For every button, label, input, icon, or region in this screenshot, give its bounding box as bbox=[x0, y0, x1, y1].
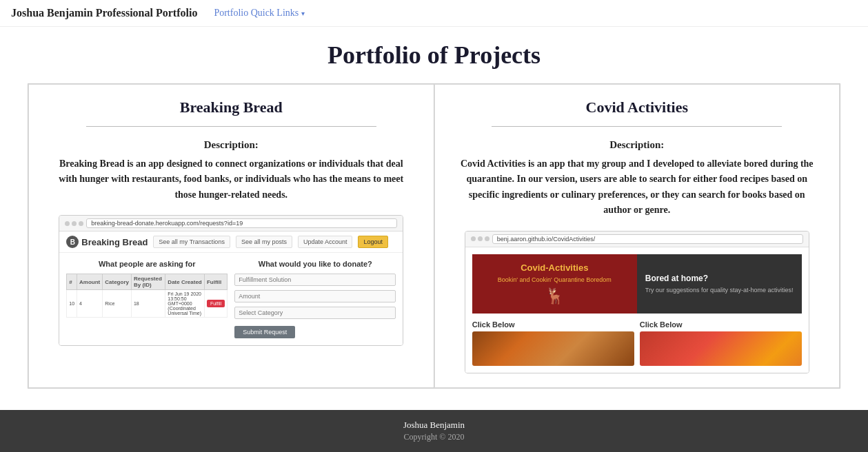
browser-dots bbox=[65, 221, 83, 226]
ca-hero-right: Bored at home? Try our suggestions for q… bbox=[637, 254, 802, 314]
row-requested-by: 18 bbox=[131, 290, 165, 318]
breaking-bread-description: Breaking Bread is an app designed to con… bbox=[50, 156, 413, 203]
bb-logo-icon: B bbox=[66, 236, 79, 248]
ca-bored-text: Try our suggestions for quality stay-at-… bbox=[645, 286, 794, 295]
bb-right-col: What would you like to donate? Submit Re… bbox=[234, 260, 396, 338]
footer-name: Joshua Benjamin bbox=[10, 420, 858, 431]
navigation: Joshua Benjamin Professional Portfolio P… bbox=[0, 0, 868, 27]
bb-columns: What people are asking for # Amount Cate… bbox=[66, 260, 396, 338]
project-divider bbox=[86, 126, 376, 127]
dot-1 bbox=[65, 221, 70, 226]
table-header-category: Category bbox=[103, 274, 132, 290]
dot-3 bbox=[79, 221, 83, 226]
table-row: 10 4 Rice 18 Fri Jun 19 2020 13:50:50 GM… bbox=[67, 290, 228, 318]
breaking-bread-desc-label: Description: bbox=[204, 139, 259, 151]
url-bar: breaking-bread-donate.herokuapp.com/requ… bbox=[86, 218, 397, 228]
ca-food-thumbnail[interactable] bbox=[640, 331, 802, 366]
covid-activities-screenshot: benj.aaron.github.io/CovidActivities/ Co… bbox=[465, 231, 809, 374]
browser-bar: breaking-bread-donate.herokuapp.com/requ… bbox=[59, 216, 403, 232]
covid-desc-label: Description: bbox=[609, 139, 664, 151]
category-input[interactable] bbox=[234, 307, 396, 319]
project-card-breaking-bread: Breaking Bread Description: Breaking Bre… bbox=[28, 84, 434, 388]
bb-col2-title: What would you like to donate? bbox=[234, 260, 396, 268]
bb-app-nav: B Breaking Bread See all my Transactions… bbox=[59, 232, 403, 253]
ca-main-content: Covid-Activities Bookin' and Cookin' Qua… bbox=[465, 247, 809, 373]
bb-form-field-2 bbox=[234, 290, 396, 302]
ca-bored-title: Bored at home? bbox=[645, 274, 794, 283]
ca-dot-3 bbox=[485, 236, 489, 241]
portfolio-quick-links[interactable]: Portfolio Quick Links ▾ bbox=[214, 8, 305, 19]
ca-dots bbox=[471, 236, 489, 241]
breaking-bread-title: Breaking Bread bbox=[180, 99, 283, 116]
chevron-down-icon: ▾ bbox=[301, 10, 305, 17]
ca-deer-icon: 🦌 bbox=[545, 287, 564, 305]
dot-2 bbox=[72, 221, 77, 226]
ca-click-col-1: Click Below bbox=[472, 320, 634, 366]
table-header-fulfill: Fulfill bbox=[204, 274, 227, 290]
fulfillment-input[interactable] bbox=[234, 274, 396, 286]
row-date: Fri Jun 19 2020 13:50:50 GMT+0000 (Coord… bbox=[165, 290, 205, 318]
covid-activities-title: Covid Activities bbox=[586, 99, 689, 116]
table-header-requested: Requested By (ID) bbox=[131, 274, 165, 290]
project-divider-2 bbox=[492, 126, 782, 127]
amount-input[interactable] bbox=[234, 290, 396, 302]
bb-transactions-btn[interactable]: See all my Transactions bbox=[153, 236, 230, 248]
fulfill-button[interactable]: Fulfill bbox=[207, 300, 225, 307]
bb-update-btn[interactable]: Update Account bbox=[298, 236, 353, 248]
ca-click-row: Click Below Click Below bbox=[472, 320, 802, 366]
ca-click-label-2: Click Below bbox=[640, 320, 802, 329]
page-title: Portfolio of Projects bbox=[327, 41, 541, 70]
table-header-amount: Amount bbox=[77, 274, 103, 290]
ca-dot-1 bbox=[471, 236, 476, 241]
row-num: 10 bbox=[67, 290, 77, 318]
ca-hero-subtitle: Bookin' and Cookin' Quarantine Boredom bbox=[498, 276, 612, 283]
quick-links-label: Portfolio Quick Links bbox=[214, 8, 299, 19]
footer: Joshua Benjamin Copyright © 2020 bbox=[0, 410, 868, 452]
ca-hero-title: Covid-Activities bbox=[521, 263, 588, 274]
ca-hero: Covid-Activities Bookin' and Cookin' Qua… bbox=[472, 254, 802, 314]
ca-click-col-2: Click Below bbox=[640, 320, 802, 366]
bb-logo-text: Breaking Bread bbox=[81, 237, 148, 247]
covid-description: Covid Activities is an app that my group… bbox=[456, 156, 819, 218]
row-fulfill: Fulfill bbox=[204, 290, 227, 318]
bb-col1-title: What people are asking for bbox=[66, 260, 228, 268]
ca-browser-bar: benj.aaron.github.io/CovidActivities/ bbox=[465, 232, 809, 247]
bb-form-field-3 bbox=[234, 307, 396, 319]
bb-logout-btn[interactable]: Logout bbox=[358, 236, 388, 248]
ca-url-bar: benj.aaron.github.io/CovidActivities/ bbox=[492, 234, 803, 244]
bb-left-col: What people are asking for # Amount Cate… bbox=[66, 260, 228, 338]
ca-books-thumbnail[interactable] bbox=[472, 331, 634, 366]
bb-form-field-1 bbox=[234, 274, 396, 286]
project-card-covid-activities: Covid Activities Description: Covid Acti… bbox=[434, 84, 840, 388]
bb-posts-btn[interactable]: See all my posts bbox=[236, 236, 292, 248]
ca-click-label-1: Click Below bbox=[472, 320, 634, 329]
bb-logo: B Breaking Bread bbox=[66, 236, 148, 248]
projects-grid: Breaking Bread Description: Breaking Bre… bbox=[28, 83, 840, 389]
ca-dot-2 bbox=[478, 236, 483, 241]
footer-copyright: Copyright © 2020 bbox=[10, 432, 858, 442]
table-header-date: Date Created bbox=[165, 274, 205, 290]
row-amount: 4 bbox=[77, 290, 103, 318]
table-header-num: # bbox=[67, 274, 77, 290]
breaking-bread-screenshot: breaking-bread-donate.herokuapp.com/requ… bbox=[59, 215, 403, 346]
bb-main-content: What people are asking for # Amount Cate… bbox=[59, 253, 403, 345]
main-content: Portfolio of Projects Breaking Bread Des… bbox=[0, 27, 868, 410]
ca-hero-left: Covid-Activities Bookin' and Cookin' Qua… bbox=[472, 254, 637, 314]
row-category: Rice bbox=[103, 290, 132, 318]
bb-requests-table: # Amount Category Requested By (ID) Date… bbox=[66, 274, 228, 318]
submit-request-button[interactable]: Submit Request bbox=[234, 326, 295, 338]
nav-brand: Joshua Benjamin Professional Portfolio bbox=[11, 7, 197, 19]
